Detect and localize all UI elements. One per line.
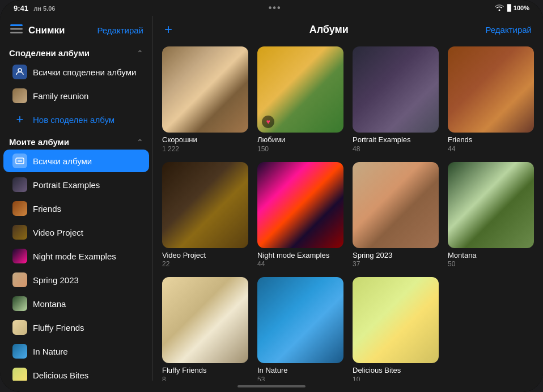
album-count-favorites: 150 — [257, 145, 343, 153]
album-name-spring-2023: Spring 2023 — [353, 251, 439, 260]
album-count-spring-2023: 37 — [353, 260, 439, 268]
my-section-title: Моите албуми — [9, 137, 69, 147]
album-count-montana: 50 — [448, 260, 534, 268]
delicious-bites-label: Delicious Bites — [33, 370, 88, 380]
sidebar-item-montana[interactable]: Montana — [3, 292, 149, 315]
album-thumb-in-nature — [257, 277, 343, 363]
svg-rect-0 — [10, 24, 23, 26]
nature-thumb — [12, 344, 27, 359]
sidebar-item-fluffy-friends[interactable]: Fluffy Friends — [3, 316, 149, 339]
album-name-friends: Friends — [448, 135, 534, 144]
food-thumb — [12, 368, 27, 381]
sidebar-item-video-project[interactable]: Video Project — [3, 221, 149, 244]
family-reunion-thumb — [12, 88, 27, 103]
album-card-spring-2023[interactable]: Spring 202337 — [353, 162, 439, 269]
wifi-icon — [495, 4, 504, 12]
album-thumb-fluffy-friends — [162, 277, 248, 363]
svg-rect-1 — [10, 28, 23, 30]
new-shared-label: Нов споделен албум — [33, 115, 114, 125]
album-card-montana[interactable]: Montana50 — [448, 162, 534, 269]
album-card-night-mode-examples[interactable]: Night mode Examples44 — [257, 162, 343, 269]
status-right: ▊ 100% — [495, 4, 529, 12]
date: лн 5.06 — [33, 5, 55, 12]
album-thumb-night-mode-examples — [257, 162, 343, 248]
sidebar-item-portrait-examples[interactable]: Portrait Examples — [3, 173, 149, 196]
album-card-in-nature[interactable]: In Nature53 — [257, 277, 343, 381]
all-shared-label: Всички споделени албуми — [33, 67, 136, 77]
album-thumb-recents — [162, 46, 248, 133]
album-name-recents: Скорошни — [162, 135, 248, 144]
sidebar-title: Снимки — [28, 25, 65, 36]
my-section-header: Моите албуми ⌃ — [0, 131, 152, 149]
sidebar-item-family-reunion[interactable]: Family reunion — [3, 84, 149, 107]
montana-label: Montana — [33, 299, 66, 309]
fluffy-thumb — [12, 320, 27, 335]
sidebar-edit-button[interactable]: Редактирай — [97, 25, 144, 35]
family-reunion-label: Family reunion — [33, 91, 88, 101]
sidebar-item-night-mode[interactable]: Night mode Examples — [3, 245, 149, 267]
main-header: + Албуми Редактирай — [153, 16, 543, 42]
album-card-fluffy-friends[interactable]: Fluffy Friends8 — [162, 277, 248, 381]
my-chevron-icon[interactable]: ⌃ — [137, 138, 143, 147]
montana-thumb — [12, 296, 27, 311]
album-thumb-friends — [448, 46, 534, 133]
album-thumb-portrait-examples — [353, 46, 439, 133]
portrait-examples-label: Portrait Examples — [33, 180, 100, 190]
portrait-thumb — [12, 177, 27, 192]
album-count-video-project: 22 — [162, 260, 248, 268]
album-name-montana: Montana — [448, 251, 534, 260]
sidebar-item-in-nature[interactable]: In Nature — [3, 340, 149, 363]
album-card-friends[interactable]: Friends44 — [448, 46, 534, 153]
main-title: Албуми — [309, 24, 349, 36]
svg-rect-2 — [10, 32, 23, 33]
shared-section-title: Споделени албуми — [9, 48, 90, 58]
sidebar: Снимки Редактирай Споделени албуми ⌃ Вси… — [0, 16, 153, 381]
friends-thumb — [12, 201, 27, 216]
album-count-recents: 1 222 — [162, 145, 248, 153]
album-count-night-mode-examples: 44 — [257, 260, 343, 268]
album-count-delicious-bites: 10 — [353, 376, 439, 381]
main-content: + Албуми Редактирай Скорошни1 222♥Любими… — [153, 16, 543, 381]
fluffy-friends-label: Fluffy Friends — [33, 323, 84, 333]
sidebar-item-spring-2023[interactable]: Spring 2023 — [3, 269, 149, 291]
album-name-video-project: Video Project — [162, 251, 248, 260]
svg-point-3 — [18, 69, 22, 72]
album-count-friends: 44 — [448, 145, 534, 153]
spring-thumb — [12, 272, 27, 287]
all-albums-icon — [12, 154, 27, 168]
sidebar-item-all-albums[interactable]: Всички албуми — [3, 150, 149, 172]
sidebar-toggle-button[interactable] — [9, 23, 24, 38]
add-shared-icon: + — [12, 112, 27, 127]
album-card-recents[interactable]: Скорошни1 222 — [162, 46, 248, 153]
album-card-video-project[interactable]: Video Project22 — [162, 162, 248, 269]
album-card-delicious-bites[interactable]: Delicious Bites10 — [353, 277, 439, 381]
album-name-fluffy-friends: Fluffy Friends — [162, 366, 248, 375]
album-thumb-delicious-bites — [353, 277, 439, 363]
battery-icon: ▊ 100% — [507, 5, 529, 12]
shared-icon — [12, 65, 27, 79]
album-name-favorites: Любими — [257, 135, 343, 144]
album-card-portrait-examples[interactable]: Portrait Examples48 — [353, 46, 439, 153]
add-album-button[interactable]: + — [164, 22, 172, 37]
albums-grid: Скорошни1 222♥Любими150Portrait Examples… — [153, 42, 543, 381]
album-thumb-spring-2023 — [353, 162, 439, 248]
ipad-device: 9:41 лн 5.06 ••• ▊ 100% — [0, 0, 543, 392]
sidebar-item-delicious-bites[interactable]: Delicious Bites — [3, 364, 149, 381]
album-count-portrait-examples: 48 — [353, 145, 439, 153]
sidebar-item-all-shared[interactable]: Всички споделени албуми — [3, 61, 149, 83]
shared-chevron-icon[interactable]: ⌃ — [137, 49, 143, 58]
album-card-favorites[interactable]: ♥Любими150 — [257, 46, 343, 153]
sidebar-item-new-shared[interactable]: + Нов споделен албум — [3, 108, 149, 131]
sidebar-item-friends[interactable]: Friends — [3, 197, 149, 220]
status-bar: 9:41 лн 5.06 ••• ▊ 100% — [0, 0, 543, 16]
home-indicator — [0, 381, 543, 392]
main-edit-button[interactable]: Редактирай — [486, 25, 532, 35]
video-project-label: Video Project — [33, 228, 83, 237]
svg-rect-5 — [18, 160, 22, 162]
friends-label: Friends — [33, 204, 61, 214]
sidebar-header: Снимки Редактирай — [0, 16, 152, 42]
top-dots: ••• — [269, 3, 282, 13]
album-name-in-nature: In Nature — [257, 366, 343, 375]
album-thumb-favorites: ♥ — [257, 46, 343, 133]
shared-section-header: Споделени албуми ⌃ — [0, 42, 152, 60]
